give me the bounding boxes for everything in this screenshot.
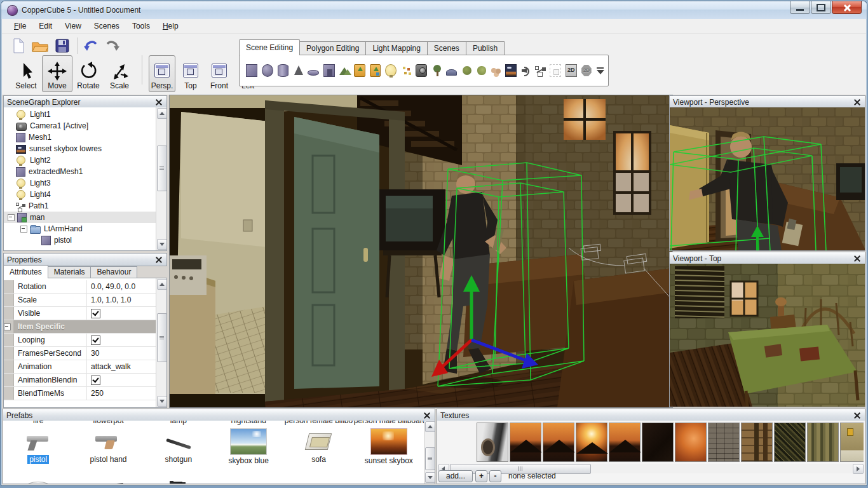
view-top-button[interactable]: Top bbox=[177, 55, 204, 92]
prefab-item-sofa[interactable]: sofa bbox=[283, 428, 353, 470]
tree-item-extractedmesh1[interactable]: extractedMesh1 bbox=[4, 166, 156, 177]
properties-tab-materials[interactable]: Materials bbox=[48, 266, 92, 278]
menu-edit[interactable]: Edit bbox=[33, 20, 58, 32]
sunset-mountains-1-thumbnail[interactable] bbox=[510, 423, 541, 462]
particle-system-icon[interactable] bbox=[401, 65, 411, 76]
camo-dark-thumbnail[interactable] bbox=[774, 423, 806, 462]
scroll-down-icon[interactable] bbox=[425, 472, 435, 483]
save-document-button[interactable] bbox=[55, 38, 70, 53]
main-3d-viewport[interactable] bbox=[169, 95, 673, 408]
tree-item-path1[interactable]: Path1 bbox=[4, 200, 156, 212]
overlay-2d-icon[interactable] bbox=[566, 64, 577, 77]
scenegraph-close-icon[interactable] bbox=[155, 98, 162, 105]
orange-clouds-thumbnail[interactable] bbox=[675, 423, 707, 462]
rotate-tool-button[interactable]: Rotate bbox=[73, 55, 104, 92]
zoom-out-button[interactable]: - bbox=[489, 470, 501, 482]
sound-icon[interactable] bbox=[521, 65, 531, 76]
viewport-top-view[interactable] bbox=[669, 264, 865, 407]
mossy-wall-thumbnail[interactable] bbox=[807, 423, 839, 462]
viewport-perspective-close-icon[interactable] bbox=[853, 98, 860, 105]
viewport-perspective-view[interactable] bbox=[669, 107, 865, 251]
prefab-item-shotgun[interactable]: shotgun bbox=[144, 428, 214, 470]
table-dark-thumbnail[interactable] bbox=[90, 479, 126, 484]
import-animated-mesh-icon[interactable] bbox=[370, 64, 381, 77]
scroll-thumb[interactable] bbox=[157, 146, 167, 191]
cone-icon[interactable] bbox=[293, 65, 303, 76]
collapse-icon[interactable] bbox=[4, 323, 11, 330]
wood-planks-thumbnail[interactable] bbox=[741, 423, 773, 462]
path-icon[interactable] bbox=[535, 65, 545, 76]
tree-item-light2[interactable]: Light2 bbox=[4, 154, 156, 166]
tree-item-camera1-active[interactable]: Camera1 [Active] bbox=[4, 120, 156, 132]
minimize-button[interactable] bbox=[790, 1, 810, 14]
tab-scenes[interactable]: Scenes bbox=[428, 41, 466, 55]
tree-item-pistol[interactable]: pistol bbox=[4, 234, 156, 246]
old-door-thumbnail[interactable] bbox=[840, 423, 864, 462]
select-tool-button[interactable]: Select bbox=[11, 55, 41, 92]
scroll-up-icon[interactable] bbox=[425, 421, 435, 432]
stone-bricks-thumbnail[interactable] bbox=[708, 423, 740, 462]
prefab-item-pistol[interactable]: pistol bbox=[3, 428, 73, 470]
property-value[interactable]: 0.0, 49.0, 0.0 bbox=[87, 280, 156, 293]
collapse-icon[interactable] bbox=[8, 214, 15, 221]
open-document-button[interactable] bbox=[32, 38, 48, 53]
cube-icon[interactable] bbox=[246, 64, 257, 77]
scroll-thumb[interactable] bbox=[157, 313, 167, 362]
property-value[interactable]: attack_walk bbox=[87, 360, 156, 373]
menu-tools[interactable]: Tools bbox=[126, 20, 156, 32]
plant-icon[interactable] bbox=[461, 65, 471, 76]
cylinder-icon[interactable] bbox=[278, 64, 289, 77]
bush-icon[interactable] bbox=[476, 65, 486, 76]
import-mesh-icon[interactable] bbox=[354, 64, 365, 77]
scale-tool-button[interactable]: Scale bbox=[104, 55, 135, 92]
scroll-down-icon[interactable] bbox=[157, 396, 167, 407]
sunset-mountains-3-thumbnail[interactable] bbox=[609, 423, 641, 462]
tree-item-light1[interactable]: Light1 bbox=[4, 109, 156, 120]
property-value[interactable]: 30 bbox=[87, 347, 156, 360]
monitor-thumbnail[interactable] bbox=[161, 479, 196, 484]
sunset-sun-thumbnail[interactable] bbox=[576, 423, 607, 462]
checkbox-checked-icon[interactable] bbox=[91, 376, 100, 385]
tree-item-man[interactable]: man bbox=[4, 212, 156, 223]
view-perspective-button[interactable]: Persp. bbox=[149, 55, 175, 92]
round-table-thumbnail[interactable] bbox=[20, 479, 56, 484]
tab-light-mapping[interactable]: Light Mapping bbox=[366, 41, 427, 55]
tree-item-ltarmhand[interactable]: LtArmHand bbox=[4, 223, 156, 234]
close-button[interactable] bbox=[832, 1, 862, 14]
zoom-in-button[interactable]: + bbox=[475, 470, 487, 482]
redo-button[interactable] bbox=[105, 38, 120, 53]
plane-icon[interactable] bbox=[308, 70, 319, 76]
prefabs-close-icon[interactable] bbox=[423, 412, 430, 419]
light-icon[interactable] bbox=[385, 64, 397, 77]
scenegraph-scrollbar[interactable] bbox=[156, 107, 166, 250]
tree-item-light4[interactable]: Light4 bbox=[4, 189, 156, 200]
viewport-top-close-icon[interactable] bbox=[853, 255, 860, 262]
checkbox-checked-icon[interactable] bbox=[91, 336, 100, 345]
overlay-3d-icon[interactable] bbox=[581, 65, 592, 76]
prefabs-scrollbar[interactable] bbox=[424, 421, 435, 484]
view-front-button[interactable]: Front bbox=[206, 55, 233, 92]
properties-close-icon[interactable] bbox=[155, 256, 162, 263]
camera-icon[interactable] bbox=[416, 64, 427, 77]
collapse-icon[interactable] bbox=[20, 226, 27, 233]
properties-tab-attributes[interactable]: Attributes bbox=[3, 265, 48, 278]
rocks-icon[interactable] bbox=[491, 65, 501, 76]
properties-tab-behaviour[interactable]: Behaviour bbox=[91, 266, 137, 278]
scroll-down-icon[interactable] bbox=[157, 239, 167, 250]
tab-scene-editing[interactable]: Scene Editing bbox=[239, 39, 300, 55]
sphere-icon[interactable] bbox=[262, 64, 273, 77]
undo-button[interactable] bbox=[83, 38, 98, 53]
scroll-up-icon[interactable] bbox=[157, 108, 167, 119]
tree-item-mesh1[interactable]: Mesh1 bbox=[4, 132, 156, 143]
tree-item-light3[interactable]: Light3 bbox=[4, 177, 156, 189]
prefab-item-pistol-hand[interactable]: pistol hand bbox=[73, 428, 143, 470]
prefab-item-sunset-skybox[interactable]: sunset skybox bbox=[354, 428, 424, 470]
scroll-thumb[interactable] bbox=[425, 447, 435, 470]
room-icon[interactable] bbox=[323, 64, 335, 77]
sunset-mountains-2-thumbnail[interactable] bbox=[543, 423, 574, 462]
water-icon[interactable] bbox=[446, 69, 458, 76]
add-texture-button[interactable]: add... bbox=[438, 470, 473, 482]
skybox-icon[interactable] bbox=[505, 64, 517, 77]
terrain-icon[interactable] bbox=[339, 65, 349, 76]
maximize-button[interactable] bbox=[811, 1, 831, 14]
